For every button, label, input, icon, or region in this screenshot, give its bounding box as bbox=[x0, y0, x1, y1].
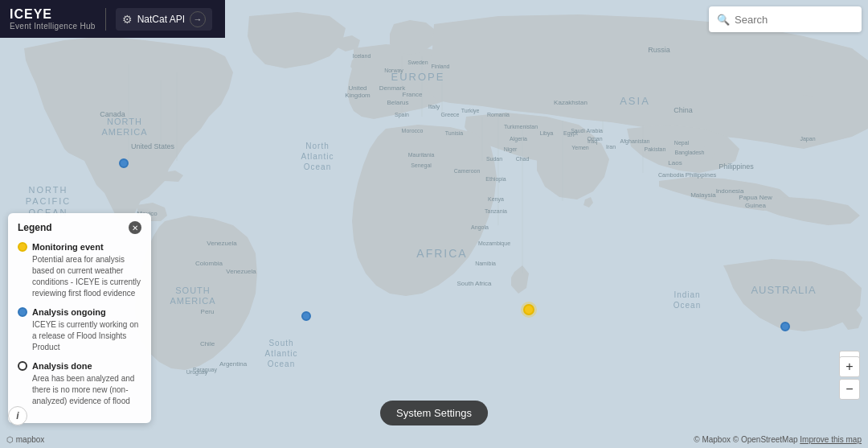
zoom-out-button[interactable]: − bbox=[839, 379, 860, 400]
ongoing-dot bbox=[18, 307, 27, 317]
svg-text:South: South bbox=[268, 339, 293, 347]
done-dot bbox=[18, 361, 27, 371]
svg-text:Saudi Arabia: Saudi Arabia bbox=[571, 128, 603, 134]
legend-item-title-monitoring: Monitoring event bbox=[18, 242, 141, 252]
api-label: NatCat API bbox=[137, 14, 185, 25]
svg-text:Algeria: Algeria bbox=[510, 136, 527, 142]
svg-text:AFRICA: AFRICA bbox=[416, 247, 467, 260]
info-icon: i bbox=[16, 410, 18, 421]
search-bar[interactable]: 🔍 bbox=[709, 6, 862, 32]
svg-text:Morocco: Morocco bbox=[402, 128, 424, 134]
svg-text:Atlantic: Atlantic bbox=[301, 152, 334, 161]
legend-header: Legend ✕ bbox=[18, 221, 141, 234]
svg-text:Libya: Libya bbox=[540, 130, 554, 137]
done-description: Area has been analyzed and there is no m… bbox=[18, 373, 141, 407]
svg-text:Mauritania: Mauritania bbox=[408, 152, 435, 158]
subtitle-text: Event Intelligence Hub bbox=[10, 22, 96, 31]
svg-text:Tanzania: Tanzania bbox=[485, 208, 507, 214]
svg-text:Sweden: Sweden bbox=[407, 60, 428, 65]
svg-text:PACIFIC: PACIFIC bbox=[26, 196, 72, 206]
svg-text:Ethiopia: Ethiopia bbox=[485, 176, 506, 183]
improve-map-link[interactable]: Improve this map bbox=[800, 435, 862, 444]
filter-icon: ⚙ bbox=[122, 13, 133, 26]
zoom-controls: + − bbox=[839, 356, 860, 400]
arrow-right-icon: → bbox=[190, 11, 206, 27]
svg-text:ASIA: ASIA bbox=[620, 95, 650, 107]
svg-text:Iran: Iran bbox=[606, 144, 616, 150]
svg-text:Greece: Greece bbox=[441, 112, 460, 117]
svg-text:Romania: Romania bbox=[487, 112, 510, 117]
mapbox-logo-text: ⬡ mapbox bbox=[6, 435, 44, 444]
svg-text:Turkiye: Turkiye bbox=[461, 108, 480, 114]
map-pin-africa[interactable] bbox=[523, 304, 534, 315]
system-settings-button[interactable]: System Settings bbox=[380, 401, 488, 425]
svg-text:Cambodia: Cambodia bbox=[658, 172, 684, 178]
svg-text:Laos: Laos bbox=[668, 159, 682, 166]
monitoring-description: Potential area for analysis based on cur… bbox=[18, 254, 141, 299]
svg-text:AMERICA: AMERICA bbox=[101, 127, 147, 137]
map-container[interactable]: NORTH PACIFIC OCEAN NORTH AMERICA North … bbox=[0, 0, 868, 448]
search-icon: 🔍 bbox=[717, 14, 730, 26]
svg-text:Indonesia: Indonesia bbox=[716, 187, 744, 195]
svg-text:Bangladesh: Bangladesh bbox=[675, 150, 705, 156]
svg-text:North: North bbox=[305, 142, 329, 150]
header-divider bbox=[105, 8, 106, 31]
svg-text:Senegal: Senegal bbox=[411, 162, 432, 169]
svg-text:Kenya: Kenya bbox=[488, 196, 504, 203]
zoom-in-button[interactable]: + bbox=[839, 356, 860, 377]
svg-text:Papua New: Papua New bbox=[739, 194, 772, 201]
svg-text:Ocean: Ocean bbox=[674, 301, 701, 310]
svg-text:AMERICA: AMERICA bbox=[170, 296, 215, 306]
search-input[interactable] bbox=[735, 14, 854, 26]
svg-text:Malaysia: Malaysia bbox=[690, 191, 716, 199]
svg-text:Afghanistan: Afghanistan bbox=[620, 138, 650, 145]
svg-text:Italy: Italy bbox=[428, 103, 440, 110]
legend-item-ongoing: Analysis ongoing ICEYE is currently work… bbox=[18, 307, 141, 353]
map-pin-north-america[interactable] bbox=[119, 158, 129, 168]
svg-text:Norway: Norway bbox=[384, 68, 403, 74]
svg-text:China: China bbox=[674, 106, 693, 114]
svg-text:United States: United States bbox=[131, 142, 175, 150]
legend-item-title-done: Analysis done bbox=[18, 361, 141, 371]
api-selector[interactable]: ⚙ NatCat API → bbox=[116, 8, 212, 31]
svg-text:Pakistan: Pakistan bbox=[645, 146, 666, 152]
svg-text:Angola: Angola bbox=[471, 224, 489, 231]
svg-text:Tunisia: Tunisia bbox=[445, 130, 463, 136]
svg-text:SOUTH: SOUTH bbox=[175, 286, 211, 295]
svg-text:Oman: Oman bbox=[587, 136, 602, 142]
svg-text:Nepal: Nepal bbox=[674, 140, 690, 146]
map-pin-south-america[interactable] bbox=[301, 311, 311, 321]
map-pin-australia[interactable] bbox=[780, 322, 790, 331]
svg-text:Finland: Finland bbox=[432, 64, 450, 69]
legend-title: Legend bbox=[18, 222, 52, 233]
svg-text:Cameroon: Cameroon bbox=[454, 168, 481, 174]
legend-panel: Legend ✕ Monitoring event Potential area… bbox=[8, 213, 151, 423]
mapbox-attribution: © Mapbox bbox=[694, 435, 731, 444]
svg-text:Philippines: Philippines bbox=[719, 162, 754, 171]
logo-text: ICEYE bbox=[10, 7, 96, 22]
svg-text:Guinea: Guinea bbox=[745, 202, 766, 209]
svg-text:Indian: Indian bbox=[674, 290, 700, 299]
svg-text:Iceland: Iceland bbox=[353, 53, 371, 59]
svg-text:Ocean: Ocean bbox=[304, 162, 331, 171]
header-bar: ICEYE Event Intelligence Hub ⚙ NatCat AP… bbox=[0, 0, 225, 38]
openstreetmap-attribution: © OpenStreetMap bbox=[733, 435, 798, 444]
legend-close-button[interactable]: ✕ bbox=[129, 221, 141, 234]
svg-text:Turkmenistan: Turkmenistan bbox=[504, 124, 538, 129]
svg-text:AUSTRALIA: AUSTRALIA bbox=[751, 284, 816, 296]
info-button[interactable]: i bbox=[8, 406, 27, 425]
legend-item-title-ongoing: Analysis ongoing bbox=[18, 307, 141, 317]
ongoing-description: ICEYE is currently working on a release … bbox=[18, 319, 141, 353]
svg-text:Kazakhstan: Kazakhstan bbox=[554, 99, 588, 106]
legend-item-done: Analysis done Area has been analyzed and… bbox=[18, 361, 141, 407]
svg-text:Venezuela: Venezuela bbox=[226, 268, 256, 275]
svg-text:Belarus: Belarus bbox=[387, 99, 408, 106]
svg-text:Ocean: Ocean bbox=[268, 360, 295, 368]
svg-text:Argentina: Argentina bbox=[219, 360, 248, 368]
mapbox-logo: ⬡ mapbox bbox=[6, 435, 44, 444]
monitoring-label: Monitoring event bbox=[32, 242, 104, 252]
svg-text:Chile: Chile bbox=[200, 340, 215, 347]
svg-text:Sudan: Sudan bbox=[486, 156, 502, 162]
svg-text:Namibia: Namibia bbox=[475, 261, 496, 266]
map-attribution: © Mapbox © OpenStreetMap Improve this ma… bbox=[694, 435, 862, 444]
